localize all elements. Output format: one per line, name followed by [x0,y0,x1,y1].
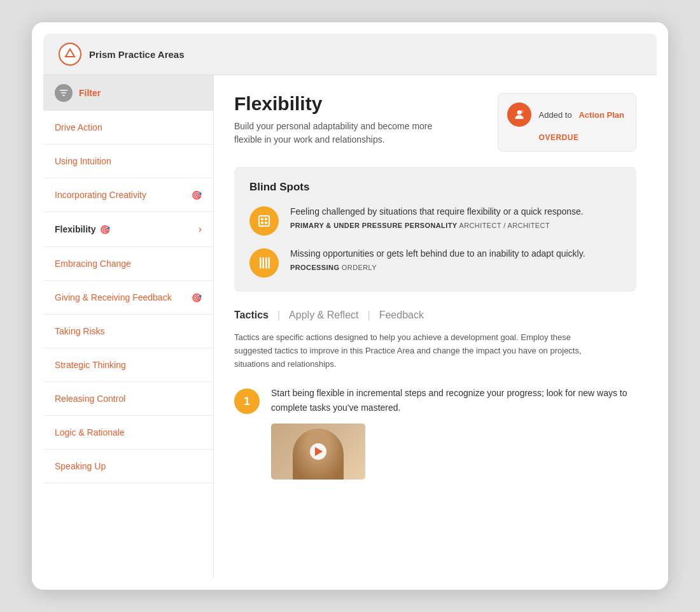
svg-rect-3 [62,95,65,96]
content-header: Flexibility Build your personal adaptabi… [234,93,636,152]
blind-spot-icon-2 [249,248,279,278]
overdue-badge: OVERDUE [539,133,579,142]
blind-spot-text-2: Missing opportunities or gets left behin… [290,247,585,260]
tactic-content-1: Start being flexible in incremental step… [271,386,636,480]
title-section: Flexibility Build your personal adaptabi… [234,93,451,146]
sidebar-item-drive-action[interactable]: Drive Action [43,111,213,145]
sidebar-item-strategic-thinking[interactable]: Strategic Thinking [43,348,213,382]
svg-marker-0 [66,49,74,57]
sidebar-item-taking-risks[interactable]: Taking Risks [43,315,213,348]
prism-icon [64,48,76,61]
action-plan-row: + Added to Action Plan [507,103,624,127]
play-triangle-icon [315,447,323,456]
svg-rect-7 [259,216,269,226]
blind-spot-item-2: Missing opportunities or gets left behin… [249,247,621,278]
blind-spot-content-1: Feeling challenged by situations that re… [290,205,584,229]
svg-rect-12 [260,257,262,269]
action-plan-link[interactable]: Action Plan [578,110,624,120]
tab-feedback[interactable]: Feedback [379,308,424,322]
blind-spot-item-1: Feeling challenged by situations that re… [249,205,621,236]
app-body: Filter Drive Action Using Intuition Inco… [43,75,657,578]
blind-spot-meta-1: PRIMARY & UNDER PRESSURE PERSONALITY ARC… [290,222,584,229]
blind-spot-text-1: Feeling challenged by situations that re… [290,205,584,218]
sidebar-item-releasing-control[interactable]: Releasing Control [43,382,213,416]
sidebar-item-using-intuition[interactable]: Using Intuition [43,145,213,178]
filter-icon [55,84,73,102]
play-button[interactable] [310,443,326,460]
filter-label: Filter [79,88,101,98]
app-frame: Prism Practice Areas Filter [43,34,657,578]
svg-rect-8 [261,218,263,220]
tactic-text-1: Start being flexible in incremental step… [271,386,636,415]
video-thumbnail[interactable] [271,423,365,480]
action-plan-icon: + [507,103,531,127]
tactics-tabs: Tactics | Apply & Reflect | Feedback [234,308,636,322]
page-title: Flexibility [234,93,451,115]
action-plan-added-text: Added to Action Plan [539,110,624,120]
svg-rect-13 [263,257,265,269]
sidebar-item-logic-rationale[interactable]: Logic & Rationale [43,416,213,450]
tactics-description: Tactics are specific actions designed to… [234,331,603,371]
app-logo [59,43,81,66]
badge-icon-flexibility: 🎯 [100,225,110,234]
svg-rect-10 [261,222,263,224]
sidebar-item-incorporating-creativity[interactable]: Incorporating Creativity 🎯 [43,178,213,212]
svg-rect-14 [265,257,267,269]
action-plan-card: + Added to Action Plan OVERDUE [498,93,636,152]
tab-separator-2: | [368,310,370,321]
chevron-right-icon: › [199,224,202,235]
blind-spots-section: Blind Spots Feeling [234,167,636,292]
blind-spot-content-2: Missing opportunities or gets left behin… [290,247,585,271]
svg-rect-9 [265,218,267,220]
app-header: Prism Practice Areas [43,34,657,75]
svg-rect-2 [61,92,66,94]
filter-button[interactable]: Filter [43,75,213,111]
page-description: Build your personal adaptability and bec… [234,120,451,146]
sidebar-item-flexibility[interactable]: Flexibility 🎯 › [43,212,213,247]
tab-apply-reflect[interactable]: Apply & Reflect [289,308,358,322]
sidebar-item-giving-receiving-feedback[interactable]: Giving & Receiving Feedback 🎯 [43,281,213,315]
main-content: Flexibility Build your personal adaptabi… [214,75,657,578]
blind-spot-meta-2: PROCESSING ORDERLY [290,264,585,271]
tactics-section: Tactics | Apply & Reflect | Feedback Tac… [234,308,636,480]
badge-icon-incorporating: 🎯 [192,190,202,200]
badge-icon-feedback: 🎯 [192,293,202,302]
svg-rect-15 [269,257,270,269]
svg-rect-1 [60,90,67,91]
tactic-item-1: 1 Start being flexible in incremental st… [234,386,636,480]
sidebar: Filter Drive Action Using Intuition Inco… [43,75,214,578]
tab-separator-1: | [277,310,280,321]
outer-card: Prism Practice Areas Filter [32,22,668,590]
app-title: Prism Practice Areas [89,49,185,60]
tactic-number-1: 1 [234,388,260,414]
tab-tactics[interactable]: Tactics [234,308,269,322]
sidebar-item-embracing-change[interactable]: Embracing Change [43,247,213,281]
sidebar-item-speaking-up[interactable]: Speaking Up [43,450,213,483]
svg-rect-11 [265,222,267,224]
blind-spots-title: Blind Spots [249,181,621,194]
svg-text:+: + [520,110,522,114]
blind-spot-icon-1 [249,206,279,236]
